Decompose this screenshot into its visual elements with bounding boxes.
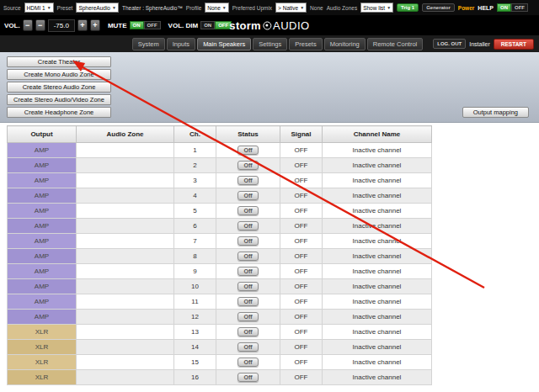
- status-toggle-button[interactable]: Off: [237, 282, 258, 291]
- source-select[interactable]: HDMI 1 ▼: [24, 3, 54, 13]
- logout-button[interactable]: LOG. OUT: [433, 39, 466, 49]
- main-content: OutputAudio ZoneCh.StatusSignalChannel N…: [0, 123, 539, 385]
- audio-zone-cell: [77, 173, 174, 188]
- status-toggle-button[interactable]: Off: [237, 252, 258, 261]
- table-column-header: Ch.: [174, 126, 216, 143]
- output-type-cell: AMP: [8, 249, 77, 264]
- status-toggle-button[interactable]: Off: [237, 327, 258, 336]
- nav-tab[interactable]: Inputs: [167, 38, 195, 50]
- output-type-cell: AMP: [8, 173, 77, 188]
- signal-value-cell: OFF: [280, 234, 323, 249]
- nav-bar: SystemInputsMain SpeakersSettingsPresets…: [0, 35, 539, 52]
- status-cell: Off: [216, 325, 280, 340]
- table-row: AMP 8 Off OFF Inactive channel: [8, 249, 432, 264]
- output-type-cell: AMP: [8, 204, 77, 219]
- channel-name-cell: Inactive channel: [323, 355, 432, 370]
- output-type-cell: AMP: [8, 294, 77, 310]
- audio-zone-cell: [77, 204, 174, 219]
- create-zone-button[interactable]: Create Theater: [7, 56, 111, 67]
- create-zone-button[interactable]: Create Stereo Audio/Video Zone: [7, 94, 111, 105]
- help-link[interactable]: HELP: [478, 5, 494, 11]
- status-toggle-button[interactable]: Off: [237, 297, 258, 306]
- output-table: OutputAudio ZoneCh.StatusSignalChannel N…: [7, 125, 432, 385]
- volume-down-button[interactable]: −: [35, 19, 45, 31]
- power-toggle[interactable]: ON OFF: [497, 3, 528, 12]
- signal-value-cell: OFF: [280, 188, 323, 204]
- audio-zone-cell: [77, 234, 174, 249]
- status-toggle-button[interactable]: Off: [237, 373, 258, 382]
- vol-dim-on-option[interactable]: ON: [200, 21, 215, 29]
- mute-toggle[interactable]: ON OFF: [130, 21, 161, 29]
- nav-tab[interactable]: System: [132, 38, 165, 50]
- status-toggle-button[interactable]: Off: [237, 221, 258, 230]
- signal-value-cell: OFF: [280, 310, 323, 325]
- table-row: AMP 6 Off OFF Inactive channel: [8, 219, 432, 234]
- status-cell: Off: [216, 249, 280, 264]
- signal-value-cell: OFF: [280, 219, 323, 234]
- create-zone-button[interactable]: Create Stereo Audio Zone: [7, 82, 111, 93]
- status-toggle-button[interactable]: Off: [237, 267, 258, 276]
- channel-name-cell: Inactive channel: [323, 310, 432, 325]
- vol-dim-toggle[interactable]: ON OFF: [200, 21, 232, 29]
- status-toggle-button[interactable]: Off: [237, 358, 258, 367]
- status-toggle-button[interactable]: Off: [237, 161, 258, 170]
- status-toggle-button[interactable]: Off: [237, 342, 258, 352]
- channel-name-cell: Inactive channel: [323, 370, 432, 385]
- status-toggle-button[interactable]: Off: [237, 236, 258, 246]
- chevron-down-icon: ▼: [112, 5, 116, 10]
- volume-up-coarse-button[interactable]: +: [90, 19, 100, 31]
- channel-name-cell: Inactive channel: [323, 294, 432, 310]
- nav-tab[interactable]: Settings: [253, 38, 287, 50]
- table-row: AMP 4 Off OFF Inactive channel: [8, 188, 432, 204]
- output-type-cell: AMP: [8, 158, 77, 173]
- table-row: XLR 13 Off OFF Inactive channel: [8, 325, 432, 340]
- table-row: AMP 3 Off OFF Inactive channel: [8, 173, 432, 188]
- mute-off-option[interactable]: OFF: [144, 21, 161, 29]
- audio-zone-cell: [77, 249, 174, 264]
- generator-button[interactable]: Generator: [422, 3, 455, 12]
- power-on-option[interactable]: ON: [497, 3, 511, 12]
- nav-tab[interactable]: Main Speakers: [197, 38, 251, 50]
- channel-number-cell: 8: [174, 249, 216, 264]
- status-toggle-button[interactable]: Off: [237, 312, 258, 321]
- status-toggle-button[interactable]: Off: [237, 176, 258, 185]
- table-row: AMP 7 Off OFF Inactive channel: [8, 234, 432, 249]
- audio-zone-cell: [77, 279, 174, 294]
- profile-label: Profile: [186, 5, 201, 11]
- status-cell: Off: [216, 173, 280, 188]
- status-toggle-button[interactable]: Off: [237, 206, 258, 215]
- volume-down-coarse-button[interactable]: −: [23, 19, 33, 31]
- create-zone-button[interactable]: Create Headphone Zone: [7, 107, 111, 118]
- status-toggle-button[interactable]: Off: [237, 146, 258, 155]
- status-cell: Off: [216, 340, 280, 355]
- output-mapping-button[interactable]: Output mapping: [462, 107, 529, 118]
- create-zone-button[interactable]: Create Mono Audio Zone: [7, 69, 111, 80]
- preset-select[interactable]: SphereAudio ▼: [76, 3, 119, 13]
- channel-number-cell: 11: [174, 294, 216, 310]
- power-off-option[interactable]: OFF: [511, 3, 528, 12]
- nav-tab[interactable]: Monitoring: [324, 38, 366, 50]
- mute-on-option[interactable]: ON: [130, 21, 144, 29]
- restart-button[interactable]: RESTART: [494, 39, 534, 50]
- channel-name-cell: Inactive channel: [323, 234, 432, 249]
- channel-number-cell: 3: [174, 173, 216, 188]
- nav-tab[interactable]: Presets: [289, 38, 322, 50]
- status-toggle-button[interactable]: Off: [237, 191, 258, 200]
- output-type-cell: XLR: [8, 370, 77, 385]
- output-type-cell: AMP: [8, 219, 77, 234]
- audio-zones-select[interactable]: Show list ▼: [360, 3, 393, 13]
- volume-up-button[interactable]: +: [77, 19, 88, 31]
- chevron-down-icon: ▼: [47, 5, 51, 10]
- nav-tab[interactable]: Remote Control: [367, 38, 424, 50]
- channel-number-cell: 16: [174, 370, 216, 385]
- profile-select[interactable]: None ▼: [205, 3, 229, 13]
- channel-name-cell: Inactive channel: [323, 173, 432, 188]
- status-cell: Off: [216, 158, 280, 173]
- signal-value-cell: OFF: [280, 340, 323, 355]
- trig1-button[interactable]: Trig 1: [397, 3, 419, 12]
- table-row: AMP 2 Off OFF Inactive channel: [8, 158, 432, 173]
- upmix-select[interactable]: > Native ▼: [275, 3, 307, 13]
- table-row: XLR 16 Off OFF Inactive channel: [8, 370, 432, 385]
- table-row: XLR 15 Off OFF Inactive channel: [8, 355, 432, 370]
- signal-value-cell: OFF: [280, 143, 323, 158]
